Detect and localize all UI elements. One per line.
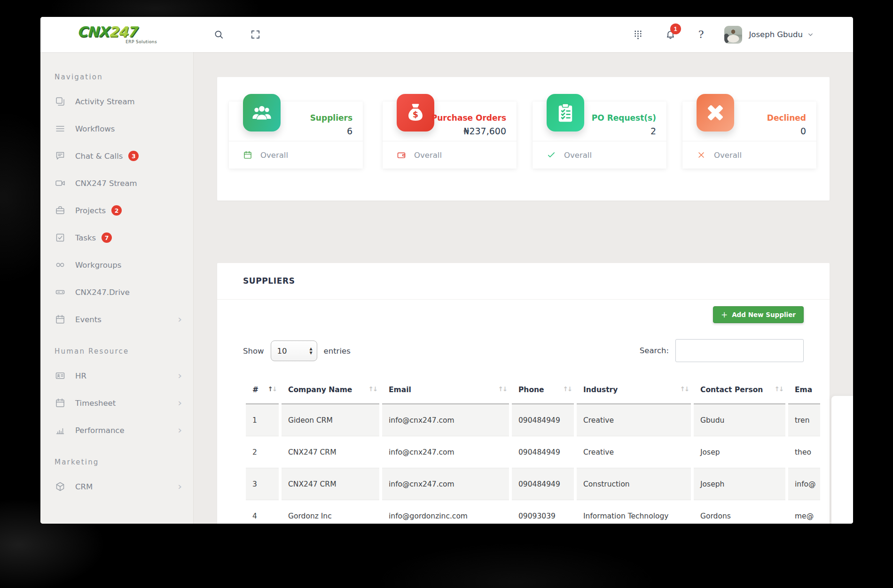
table-cell: Construction xyxy=(577,468,691,500)
sidebar-item-events[interactable]: Events› xyxy=(40,306,193,333)
workflows-icon xyxy=(55,123,66,134)
background-window-edge xyxy=(831,396,853,524)
cnx247-logo[interactable]: CNX247 ERP Solutions xyxy=(77,25,157,44)
table-cell: 090484949 xyxy=(512,404,574,436)
table-cell: 09093039 xyxy=(512,500,574,524)
sidebar-item-timesheet[interactable]: Timesheet› xyxy=(40,389,193,417)
table-cell: info@gordonzinc.com xyxy=(382,500,509,524)
main-content: Suppliers 6 Overall $ xyxy=(194,52,853,524)
chevron-right-icon: › xyxy=(178,371,182,381)
apps-grid-button[interactable] xyxy=(633,29,643,40)
stat-title: Suppliers xyxy=(239,113,352,123)
sidebar-item-activity-stream[interactable]: Activity Stream xyxy=(40,88,193,115)
sort-icon: ↑↓ xyxy=(368,385,377,393)
sidebar-item-crm[interactable]: CRM› xyxy=(40,473,193,500)
sidebar-item-label: Projects xyxy=(75,206,106,215)
column-header-ema[interactable]: Ema↑↓ xyxy=(788,375,820,404)
table-cell: info@cnx247.com xyxy=(382,404,509,436)
stat-footer-label: Overall xyxy=(414,151,442,160)
notifications-button[interactable]: 1 xyxy=(665,29,676,40)
table-cell: me@ xyxy=(788,500,820,524)
briefcase-icon xyxy=(55,205,66,216)
infinity-icon xyxy=(55,259,66,271)
column-header-email[interactable]: Email↑↓ xyxy=(382,375,509,404)
table-cell: info@cnx247.com xyxy=(382,436,509,468)
page-size-control: Show 10 ▲▼ entries xyxy=(243,340,351,361)
column-header-industry[interactable]: Industry↑↓ xyxy=(577,375,691,404)
fullscreen-icon xyxy=(250,29,261,40)
column-header-phone[interactable]: Phone↑↓ xyxy=(512,375,574,404)
sidebar-item-workgroups[interactable]: Workgroups xyxy=(40,251,193,279)
table-cell: Josep xyxy=(694,436,785,468)
sort-icon: ↑↓ xyxy=(267,385,276,393)
search-button[interactable] xyxy=(213,29,224,40)
table-cell: Joseph xyxy=(694,468,785,500)
help-button[interactable]: ? xyxy=(698,29,704,40)
column-header-company-name[interactable]: Company Name↑↓ xyxy=(282,375,379,404)
entries-label: entries xyxy=(324,347,351,356)
stat-card-purchase-orders: $ Purchase Orders ₦237,600 Overall xyxy=(383,101,517,169)
stat-title: PO Request(s) xyxy=(543,113,656,123)
drive-icon xyxy=(55,286,66,298)
plus-icon: + xyxy=(721,310,728,319)
stat-value: 2 xyxy=(543,126,656,136)
fullscreen-button[interactable] xyxy=(250,29,261,40)
table-cell: Gbudu xyxy=(694,404,785,436)
cube-icon xyxy=(55,481,66,492)
calendar-icon xyxy=(55,397,66,409)
stat-title: Declined xyxy=(693,113,806,123)
chevron-down-icon[interactable] xyxy=(807,31,814,38)
sidebar-item-hr[interactable]: HR› xyxy=(40,362,193,389)
table-cell: 2 xyxy=(246,436,279,468)
table-header-row: #↑↓Company Name↑↓Email↑↓Phone↑↓Industry↑… xyxy=(246,375,820,404)
stat-card-suppliers: Suppliers 6 Overall xyxy=(229,101,363,169)
table-cell: Gordons xyxy=(694,500,785,524)
table-search-control: Search: xyxy=(640,339,804,362)
sidebar-item-label: Events xyxy=(75,315,102,324)
chevron-right-icon: › xyxy=(178,398,182,408)
video-camera-icon xyxy=(55,178,66,189)
column-header-col-0[interactable]: #↑↓ xyxy=(246,375,279,404)
stats-panel: Suppliers 6 Overall $ xyxy=(217,77,830,201)
sort-icon: ↑↓ xyxy=(774,385,783,393)
search-input[interactable] xyxy=(675,339,804,362)
sidebar-item-workflows[interactable]: Workflows xyxy=(40,115,193,142)
user-name[interactable]: Joseph Gbudu xyxy=(749,30,803,39)
user-avatar[interactable] xyxy=(724,26,742,44)
nav-section-title-navigation: Navigation xyxy=(40,52,193,88)
search-label: Search: xyxy=(640,346,669,355)
table-row: 4Gordonz Incinfo@gordonzinc.com09093039I… xyxy=(246,500,820,524)
table-cell: CNX247 CRM xyxy=(282,436,379,468)
sidebar-item-label: Tasks xyxy=(75,233,96,242)
sidebar-item-label: Activity Stream xyxy=(75,97,135,106)
table-cell: Creative xyxy=(577,404,691,436)
search-icon xyxy=(213,29,224,40)
sidebar-item-chat-calls[interactable]: Chat & Calls3 xyxy=(40,142,193,170)
suppliers-table: #↑↓Company Name↑↓Email↑↓Phone↑↓Industry↑… xyxy=(243,375,820,524)
chevron-right-icon: › xyxy=(178,481,182,492)
add-new-supplier-button[interactable]: + Add New Supplier xyxy=(713,306,804,323)
column-header-contact-person[interactable]: Contact Person↑↓ xyxy=(694,375,785,404)
sidebar-item-tasks[interactable]: Tasks7 xyxy=(40,224,193,251)
chat-icon xyxy=(55,150,66,162)
sidebar-item-cnx247-stream[interactable]: CNX247 Stream xyxy=(40,170,193,197)
stat-card-po-requests: PO Request(s) 2 Overall xyxy=(533,101,666,169)
apps-grid-icon xyxy=(633,29,643,40)
sidebar-item-performance[interactable]: Performance› xyxy=(40,417,193,444)
sidebar-item-label: CNX247 Stream xyxy=(75,179,137,188)
table-cell: Creative xyxy=(577,436,691,468)
top-navigation-bar: CNX247 ERP Solutions xyxy=(40,17,853,52)
stat-footer-label: Overall xyxy=(260,151,288,160)
sidebar-item-label: Chat & Calls xyxy=(75,152,123,161)
stat-value: ₦237,600 xyxy=(393,126,506,136)
wallet-icon xyxy=(397,150,406,160)
page-size-select[interactable]: 10 xyxy=(271,340,317,361)
divider xyxy=(217,299,830,300)
sidebar-item-projects[interactable]: Projects2 xyxy=(40,197,193,224)
check-icon xyxy=(547,150,556,160)
sidebar-item-cnx247-drive[interactable]: CNX247.Drive xyxy=(40,279,193,306)
app-window: CNX247 ERP Solutions xyxy=(40,17,853,524)
table-cell: 090484949 xyxy=(512,436,574,468)
table-row: 3CNX247 CRMinfo@cnx247.com090484949Const… xyxy=(246,468,820,500)
table-cell: info@ xyxy=(788,468,820,500)
